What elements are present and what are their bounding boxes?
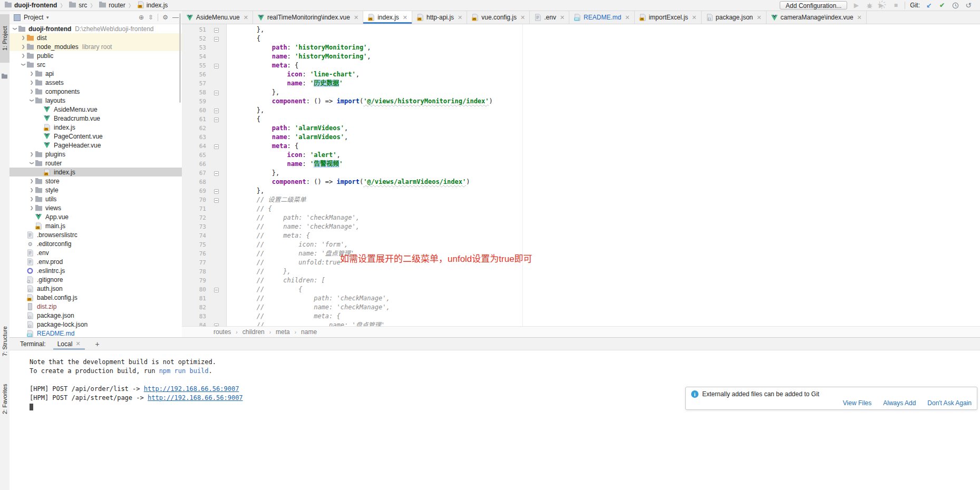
new-terminal-icon[interactable]: + [92,340,103,348]
breadcrumb-item-src[interactable]: src [69,1,87,9]
tree-item-PageContent.vue[interactable]: PageContent.vue [9,132,182,141]
close-icon[interactable]: ✕ [520,14,525,21]
code-line-67[interactable]: 67 }, [182,169,980,178]
tree-item-Breadcrumb.vue[interactable]: Breadcrumb.vue [9,114,182,123]
chevron-collapsed-icon[interactable]: ❯ [28,179,35,183]
code-line-64[interactable]: 64 meta: { [182,142,980,151]
code-line-51[interactable]: 51 }, [182,25,980,34]
tree-item-package.json[interactable]: {)package.json [9,311,182,320]
locate-file-icon[interactable]: ⊕ [139,14,144,21]
terminal-tab-local[interactable]: Local ✕ [53,338,85,350]
tree-item-plugins[interactable]: ❯plugins [9,150,182,159]
tree-item-AsideMenu.vue[interactable]: AsideMenu.vue [9,105,182,114]
code-line-75[interactable]: 75 // icon: 'form', [182,240,980,249]
code-line-68[interactable]: 68 component: () => import('@/views/alar… [182,178,980,187]
chevron-expanded-icon[interactable]: ❯ [13,26,17,32]
fold-marker-icon[interactable] [214,324,219,326]
code-line-82[interactable]: 82 // name: 'checkManage', [182,303,980,312]
close-icon[interactable]: ✕ [403,14,407,21]
tree-item-.env.prod[interactable]: .env.prod [9,257,182,266]
chevron-collapsed-icon[interactable]: ❯ [20,35,26,40]
code-line-84[interactable]: 84 // name: '盘点管理' [182,321,980,326]
tree-item-api[interactable]: ❯api [9,69,182,78]
tree-item-index.js[interactable]: JSindex.js [9,168,182,177]
tree-item-.gitignore[interactable]: .gitignore [9,275,182,284]
tree-item-README.md[interactable]: MDREADME.md [9,329,182,337]
code-line-80[interactable]: 80 // { [182,285,980,294]
chevron-expanded-icon[interactable]: ❯ [30,97,34,104]
tree-item-utils[interactable]: ❯utils [9,194,182,203]
close-icon[interactable]: ✕ [560,14,565,21]
chevron-expanded-icon[interactable]: ❯ [21,62,26,68]
chevron-collapsed-icon[interactable]: ❯ [28,197,35,201]
fold-marker-icon[interactable] [214,109,219,113]
tree-item-assets[interactable]: ❯assets [9,78,182,87]
run-icon[interactable]: ▶ [852,1,860,9]
fold-marker-icon[interactable] [214,91,219,95]
tab-cameraManage\index.vue[interactable]: cameraManage\index.vue✕ [766,11,867,24]
tree-scrollbar[interactable] [179,13,181,103]
tree-item-public[interactable]: ❯public [9,51,182,60]
chevron-collapsed-icon[interactable]: ❯ [28,89,35,94]
close-icon[interactable]: ✕ [354,14,358,21]
tab-README.md[interactable]: MDREADME.md✕ [569,11,635,24]
tree-item-App.vue[interactable]: App.vue [9,212,182,221]
tree-item-index.js[interactable]: JSindex.js [9,123,182,132]
fold-marker-icon[interactable] [214,288,219,292]
tree-item-.eslintrc.js[interactable]: .eslintrc.js [9,266,182,275]
tab-http-api.js[interactable]: JShttp-api.js✕ [412,11,467,24]
code-line-57[interactable]: 57 name: '历史数据' [182,79,980,88]
tree-item-dist[interactable]: ❯dist [9,33,182,42]
tree-item-.editorconfig[interactable]: ⚙.editorconfig [9,239,182,248]
code-line-52[interactable]: 52 { [182,34,980,43]
code-breadcrumb-children[interactable]: children [242,328,265,336]
git-update-icon[interactable]: ↙ [925,1,933,9]
close-icon[interactable]: ✕ [857,14,862,21]
tree-item-duoji-frontend[interactable]: ❯duoji-frontendD:\zheheWeb\duoji-fronten… [9,24,182,33]
notification-action-don-t-ask-again[interactable]: Don't Ask Again [927,399,972,407]
tree-item-babel.config.js[interactable]: JSbabel.config.js [9,293,182,302]
chevron-collapsed-icon[interactable]: ❯ [28,152,35,156]
notification-action-always-add[interactable]: Always Add [883,399,916,407]
code-line-62[interactable]: 62 path: 'alarmVideos', [182,124,980,133]
code-breadcrumb-routes[interactable]: routes [214,328,231,336]
tree-item-node_modules[interactable]: ❯node_moduleslibrary root [9,42,182,51]
stop-icon[interactable]: ■ [891,1,900,9]
debug-icon[interactable] [865,1,874,9]
tree-item-components[interactable]: ❯components [9,87,182,96]
close-icon[interactable]: ✕ [625,14,629,21]
code-line-66[interactable]: 66 name: '告警视频' [182,160,980,169]
tab-realTimeMonitoring\index.vue[interactable]: realTimeMonitoring\index.vue✕ [253,11,363,24]
chevron-collapsed-icon[interactable]: ❯ [20,44,26,49]
tree-item-src[interactable]: ❯src [9,60,182,69]
breadcrumb-item-duoji-frontend[interactable]: duoji-frontend [4,1,57,9]
close-icon[interactable]: ✕ [458,14,462,21]
tab-index.js[interactable]: JSindex.js✕ [363,11,412,24]
tree-item-dist.zip[interactable]: dist.zip [9,302,182,311]
tree-item-package-lock.json[interactable]: {)package-lock.json [9,320,182,329]
code-line-63[interactable]: 63 name: 'alarmVideos', [182,133,980,142]
breadcrumb-item-router[interactable]: router [99,1,125,9]
code-line-81[interactable]: 81 // path: 'checkManage', [182,294,980,303]
terminal-link[interactable]: http://192.168.66.56:9007 [144,385,239,393]
fold-marker-icon[interactable] [214,198,219,203]
fold-marker-icon[interactable] [214,64,219,68]
add-configuration-button[interactable]: Add Configuration... [780,1,847,9]
tree-item-main.js[interactable]: JSmain.js [9,221,182,230]
chevron-expanded-icon[interactable]: ❯ [30,160,34,166]
hide-panel-icon[interactable]: — [172,14,179,21]
tree-item-views[interactable]: ❯views [9,203,182,212]
tree-item-.env[interactable]: .env [9,248,182,257]
tree-item-.browserslistrc[interactable]: .browserslistrc [9,230,182,239]
close-icon[interactable]: ✕ [244,14,248,21]
tree-item-PageHeader.vue[interactable]: PageHeader.vue [9,141,182,150]
code-line-65[interactable]: 65 icon: 'alert', [182,151,980,160]
fold-marker-icon[interactable] [214,28,219,33]
tab-AsideMenu.vue[interactable]: AsideMenu.vue✕ [182,11,253,24]
collapse-all-icon[interactable]: ⇳ [148,14,153,21]
code-line-74[interactable]: 74 // meta: { [182,231,980,240]
breadcrumb-item-index.js[interactable]: JSindex.js [137,1,168,10]
code-line-56[interactable]: 56 icon: 'line-chart', [182,70,980,79]
close-icon[interactable]: ✕ [756,14,761,21]
code-line-76[interactable]: 76 // name: '盘点管理', [182,249,980,258]
